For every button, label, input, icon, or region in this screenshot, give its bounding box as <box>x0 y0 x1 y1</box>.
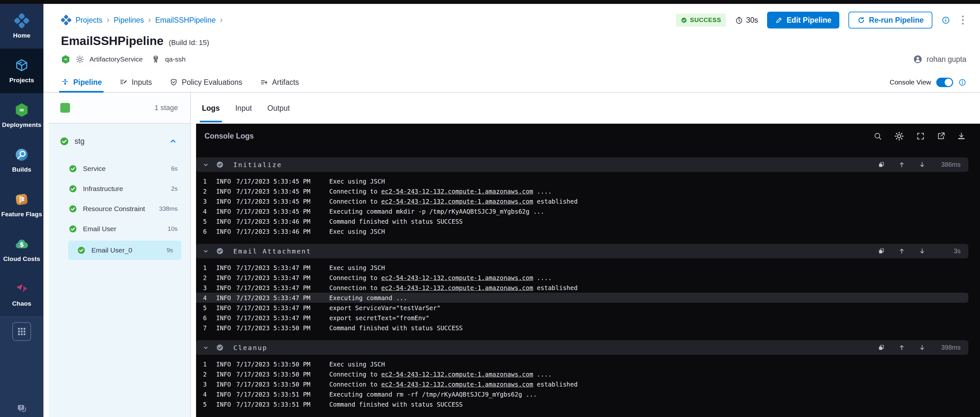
svg-text:∞: ∞ <box>19 106 24 114</box>
log-link[interactable]: ec2-54-243-12-132.compute-1.amazonaws.co… <box>381 198 533 205</box>
console-view-toggle[interactable] <box>936 78 953 87</box>
log-link[interactable]: ec2-54-243-12-132.compute-1.amazonaws.co… <box>381 371 533 378</box>
log-message: Executing command mkdir -p /tmp/rKyAAQBt… <box>329 208 544 215</box>
search-icon[interactable] <box>873 132 882 141</box>
help-button[interactable]: ? HELP <box>14 403 29 417</box>
fullscreen-icon[interactable] <box>916 132 925 141</box>
more-options-button[interactable] <box>959 14 966 26</box>
log-section: Initialize 386ms 1 INFO 7/17/2023 5:33:4… <box>196 157 980 239</box>
step-label: Resource Constraint <box>83 205 145 213</box>
sidebar-item-builds[interactable]: Builds <box>0 138 43 182</box>
sidebar-item-deployments[interactable]: ∞ Deployments <box>0 93 43 138</box>
log-timestamp: 7/17/2023 5:33:50 PM <box>236 324 329 331</box>
log-tab-logs[interactable]: Logs <box>202 93 220 124</box>
cd-module-icon: ∞ <box>61 55 70 64</box>
download-icon[interactable] <box>957 132 966 141</box>
infrastructure-name[interactable]: qa-ssh <box>165 55 186 63</box>
log-link[interactable]: ec2-54-243-12-132.compute-1.amazonaws.co… <box>381 274 533 281</box>
status-badge: SUCCESS <box>676 14 726 27</box>
log-line-number: 5 <box>196 304 207 311</box>
gear-icon[interactable] <box>894 131 905 141</box>
status-label: SUCCESS <box>690 16 721 24</box>
section-duration: 386ms <box>939 161 961 168</box>
sidebar-item-home[interactable]: Home <box>0 4 43 49</box>
log-level: INFO <box>216 264 236 271</box>
breadcrumb-link[interactable]: EmailSSHPipeline <box>155 16 216 25</box>
step-row[interactable]: Email User_0 9s <box>68 241 181 260</box>
sidebar-item-chaos[interactable]: Chaos <box>0 272 43 317</box>
copy-logs-icon[interactable] <box>878 344 885 351</box>
sidebar-item-label: Cloud Costs <box>3 255 40 263</box>
module-picker-button[interactable] <box>12 322 31 341</box>
user-avatar-icon <box>913 54 923 64</box>
user-chip[interactable]: rohan gupta <box>913 54 966 64</box>
log-link[interactable]: ec2-54-243-12-132.compute-1.amazonaws.co… <box>381 284 533 292</box>
success-check-icon <box>681 17 687 23</box>
scroll-down-icon[interactable] <box>919 161 926 168</box>
tab-inputs[interactable]: Inputs <box>119 73 152 92</box>
log-section-header[interactable]: Cleanup 398ms <box>196 340 968 355</box>
chevron-down-icon[interactable] <box>202 344 209 351</box>
log-link[interactable]: ec2-54-243-12-132.compute-1.amazonaws.co… <box>381 381 533 388</box>
pipeline-tab-icon <box>61 78 69 86</box>
log-level: INFO <box>216 401 236 408</box>
scroll-down-icon[interactable] <box>919 248 926 254</box>
log-message: Exec using JSCH <box>329 264 385 271</box>
log-message: Connecting to ec2-54-243-12-132.compute-… <box>329 188 552 195</box>
copy-logs-icon[interactable] <box>878 161 885 168</box>
grid-icon <box>17 327 27 336</box>
chevron-up-icon[interactable] <box>169 137 177 145</box>
cloud-costs-icon: $ <box>14 237 29 252</box>
rerun-icon <box>857 16 865 24</box>
console-view-info-icon[interactable] <box>958 78 966 86</box>
open-in-new-icon[interactable] <box>937 132 945 141</box>
log-section-header[interactable]: Initialize 386ms <box>196 157 968 172</box>
section-duration: 3s <box>939 247 961 255</box>
step-row[interactable]: Infrastructure 2s <box>49 179 190 199</box>
log-timestamp: 7/17/2023 5:33:45 PM <box>236 188 329 195</box>
sidebar-item-cloud-costs[interactable]: $ Cloud Costs <box>0 227 43 272</box>
tab-policy[interactable]: Policy Evaluations <box>170 73 242 92</box>
log-message: Connecting to ec2-54-243-12-132.compute-… <box>329 274 552 281</box>
scroll-up-icon[interactable] <box>898 161 905 168</box>
log-level: INFO <box>216 188 236 195</box>
rerun-pipeline-button[interactable]: Re-run Pipeline <box>848 12 932 29</box>
chevron-down-icon[interactable] <box>202 162 209 168</box>
step-label: Infrastructure <box>83 185 123 193</box>
log-line: 2 INFO 7/17/2023 5:33:45 PM Connecting t… <box>196 186 980 196</box>
log-level: INFO <box>216 361 236 368</box>
log-message: Connection to ec2-54-243-12-132.compute-… <box>329 284 578 292</box>
log-tab-output[interactable]: Output <box>267 93 290 124</box>
log-timestamp: 7/17/2023 5:33:47 PM <box>236 304 329 311</box>
log-timestamp: 7/17/2023 5:33:51 PM <box>236 401 329 408</box>
step-row[interactable]: Resource Constraint 338ms <box>49 199 190 219</box>
log-section-header[interactable]: Email Attachment 3s <box>196 244 968 258</box>
scroll-up-icon[interactable] <box>898 344 905 351</box>
log-tab-input[interactable]: Input <box>235 93 252 124</box>
scroll-down-icon[interactable] <box>919 344 926 351</box>
step-row[interactable]: Email User 10s <box>49 219 190 239</box>
section-lines: 1 INFO 7/17/2023 5:33:45 PM Exec using J… <box>196 172 980 239</box>
log-line: 4 INFO 7/17/2023 5:33:47 PM Executing co… <box>196 293 968 303</box>
sidebar: Home Projects ∞ Deployments Builds Featu… <box>0 4 43 417</box>
infrastructure-icon <box>151 55 161 64</box>
rerun-info-icon[interactable] <box>942 16 950 25</box>
log-message: export secretText="fromEnv" <box>329 314 430 322</box>
sidebar-item-projects[interactable]: Projects <box>0 49 43 93</box>
service-name[interactable]: ArtifactoryService <box>89 55 143 63</box>
tab-artifacts[interactable]: Artifacts <box>260 73 299 92</box>
scroll-up-icon[interactable] <box>898 248 905 254</box>
console-view-label: Console View <box>889 78 931 86</box>
stage-row-stg[interactable]: stg <box>49 132 190 151</box>
section-title: Email Attachment <box>233 247 312 255</box>
edit-pipeline-button[interactable]: Edit Pipeline <box>767 12 839 29</box>
sidebar-item-feature-flags[interactable]: Feature Flags <box>0 182 43 227</box>
chevron-down-icon[interactable] <box>202 248 209 254</box>
breadcrumb-link[interactable]: Pipelines <box>114 16 144 25</box>
tab-pipeline[interactable]: Pipeline <box>61 73 102 92</box>
breadcrumb-link[interactable]: Projects <box>75 16 102 25</box>
copy-logs-icon[interactable] <box>878 248 885 254</box>
step-row[interactable]: Service 6s <box>49 159 190 179</box>
console-logs-title: Console Logs <box>205 132 254 141</box>
log-link[interactable]: ec2-54-243-12-132.compute-1.amazonaws.co… <box>381 188 533 195</box>
